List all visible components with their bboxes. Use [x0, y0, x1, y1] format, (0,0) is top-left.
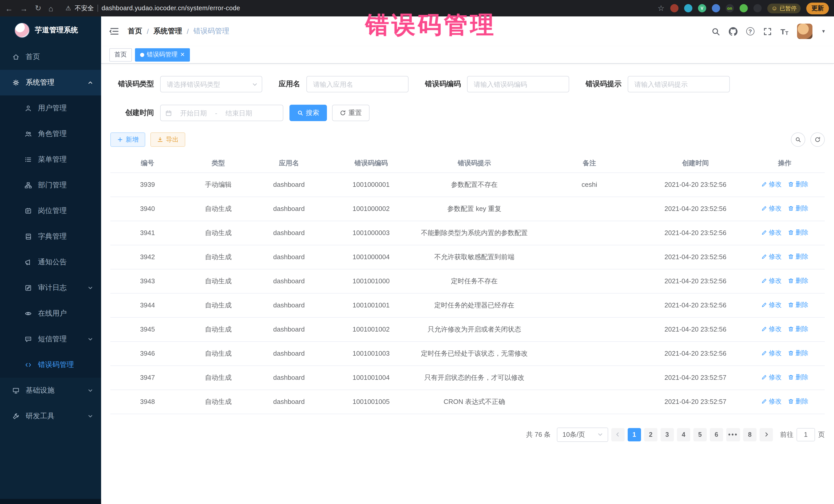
forward-icon[interactable]: →: [20, 4, 28, 13]
error-hint-input[interactable]: [628, 76, 730, 92]
sidebar-item-system[interactable]: 系统管理: [0, 70, 101, 95]
add-button[interactable]: 新增: [110, 132, 145, 147]
close-icon[interactable]: ✕: [180, 52, 185, 58]
chevron-down-icon[interactable]: ▼: [821, 29, 826, 34]
bookmark-star-icon[interactable]: ☆: [658, 4, 665, 13]
end-date-input[interactable]: [220, 109, 257, 117]
refresh-table-button[interactable]: [810, 132, 825, 147]
breadcrumb-system[interactable]: 系统管理: [153, 27, 182, 36]
page-button-3[interactable]: 3: [660, 428, 674, 441]
extension-icon-teal[interactable]: [684, 4, 692, 12]
address-bar[interactable]: ⚠ 不安全 dashboard.yudao.iocoder.cn/system/…: [65, 4, 240, 13]
app-name-input[interactable]: [306, 76, 409, 92]
cell-id: 3946: [110, 341, 185, 366]
delete-link[interactable]: 删除: [788, 253, 808, 261]
browser-update-button[interactable]: 更新: [806, 2, 829, 14]
hamburger-icon[interactable]: [101, 26, 128, 37]
page-button-8[interactable]: 8: [743, 428, 756, 441]
edit-link[interactable]: 修改: [761, 180, 782, 189]
sidebar-item-user[interactable]: 用户管理: [0, 95, 101, 121]
text-size-icon[interactable]: TT: [781, 27, 789, 36]
delete-link[interactable]: 删除: [788, 325, 808, 334]
reset-button[interactable]: 重置: [332, 105, 370, 121]
date-range-picker[interactable]: -: [160, 105, 283, 121]
sidebar-item-infra[interactable]: 基础设施: [0, 378, 101, 403]
search-icon[interactable]: [711, 27, 720, 36]
sidebar-item-sms[interactable]: 短信管理: [0, 326, 101, 352]
edit-link[interactable]: 修改: [761, 204, 782, 213]
extension-icon-red[interactable]: [670, 4, 678, 12]
sidebar-item-post[interactable]: 岗位管理: [0, 198, 101, 224]
reload-icon[interactable]: ↻: [35, 4, 41, 13]
delete-link[interactable]: 删除: [788, 180, 808, 189]
page-button-6[interactable]: 6: [710, 428, 723, 441]
delete-link[interactable]: 删除: [788, 301, 808, 309]
sidebar-item-menu[interactable]: 菜单管理: [0, 147, 101, 172]
extension-icon-green[interactable]: [739, 4, 748, 12]
goto-page-input[interactable]: [796, 428, 815, 441]
tab-error-code[interactable]: 错误码管理 ✕: [135, 48, 190, 61]
extension-icon-vue[interactable]: V: [698, 4, 706, 12]
page-button-4[interactable]: 4: [677, 428, 690, 441]
home-icon[interactable]: ⌂: [48, 4, 53, 13]
edit-link[interactable]: 修改: [761, 253, 782, 261]
breadcrumb-home[interactable]: 首页: [128, 27, 142, 36]
fullscreen-icon[interactable]: [763, 27, 772, 36]
show-search-button[interactable]: [791, 132, 805, 147]
back-icon[interactable]: ←: [5, 4, 13, 13]
error-type-select[interactable]: [160, 76, 262, 92]
user-avatar[interactable]: [797, 24, 812, 39]
page: 错误码管理 ← → ↻ ⌂ ⚠ 不安全 dashboard.yudao.ioco…: [0, 0, 834, 504]
trash-icon: [788, 350, 794, 356]
edit-link[interactable]: 修改: [761, 373, 782, 382]
edit-link[interactable]: 修改: [761, 397, 782, 406]
page-button-5[interactable]: 5: [694, 428, 707, 441]
sidebar-item-online[interactable]: 在线用户: [0, 301, 101, 326]
cell-code: 1001000004: [326, 245, 416, 269]
page-button-1[interactable]: 1: [628, 428, 641, 441]
cell-hint: 不能删除类型为系统内置的参数配置: [416, 221, 533, 245]
edit-link[interactable]: 修改: [761, 277, 782, 285]
cell-app: dashboard: [252, 293, 326, 317]
sidebar-collapse-bar[interactable]: [0, 499, 101, 504]
delete-link[interactable]: 删除: [788, 373, 808, 382]
search-button[interactable]: 搜索: [289, 105, 327, 121]
sidebar-item-notice[interactable]: 通知公告: [0, 249, 101, 275]
edit-link[interactable]: 修改: [761, 228, 782, 237]
help-icon[interactable]: ?: [746, 27, 754, 36]
sidebar-item-home[interactable]: 首页: [0, 44, 101, 70]
logo-title: 芋道管理系统: [35, 26, 78, 35]
error-code-input[interactable]: [467, 76, 569, 92]
edit-link[interactable]: 修改: [761, 301, 782, 309]
delete-link[interactable]: 删除: [788, 228, 808, 237]
tags-view: 首页 错误码管理 ✕: [101, 46, 834, 64]
tab-home[interactable]: 首页: [109, 48, 132, 61]
cell-id: 3941: [110, 221, 185, 245]
extension-icon-switch[interactable]: on: [725, 4, 734, 12]
delete-link[interactable]: 删除: [788, 204, 808, 213]
next-page-button[interactable]: [760, 428, 773, 441]
extension-icon-dark[interactable]: [753, 4, 761, 12]
page-size-select[interactable]: 10条/页: [557, 427, 608, 442]
page-button-2[interactable]: 2: [644, 428, 657, 441]
delete-link[interactable]: 删除: [788, 277, 808, 285]
sidebar-item-devtools[interactable]: 研发工具: [0, 403, 101, 429]
prev-page-button[interactable]: [611, 428, 624, 441]
profile-paused-badge[interactable]: ☺ 已暂停: [767, 3, 800, 13]
export-button[interactable]: 导出: [150, 132, 185, 147]
sidebar-item-errcode[interactable]: 错误码管理: [0, 352, 101, 378]
delete-link[interactable]: 删除: [788, 349, 808, 358]
edit-link[interactable]: 修改: [761, 325, 782, 334]
edit-link[interactable]: 修改: [761, 349, 782, 358]
start-date-input[interactable]: [175, 109, 212, 117]
col-code: 错误码编码: [326, 154, 416, 172]
more-pages-button[interactable]: •••: [726, 428, 740, 441]
sidebar-item-dict[interactable]: 字典管理: [0, 224, 101, 249]
sidebar-item-role[interactable]: 角色管理: [0, 121, 101, 147]
sidebar-item-dept[interactable]: 部门管理: [0, 172, 101, 198]
error-code-table: 编号 类型 应用名 错误码编码 错误码提示 备注 创建时间 操作 3939手动编…: [110, 154, 825, 414]
github-icon[interactable]: [729, 27, 738, 36]
extension-icon-blue[interactable]: [711, 4, 720, 12]
delete-link[interactable]: 删除: [788, 397, 808, 406]
sidebar-item-audit[interactable]: 审计日志: [0, 275, 101, 301]
